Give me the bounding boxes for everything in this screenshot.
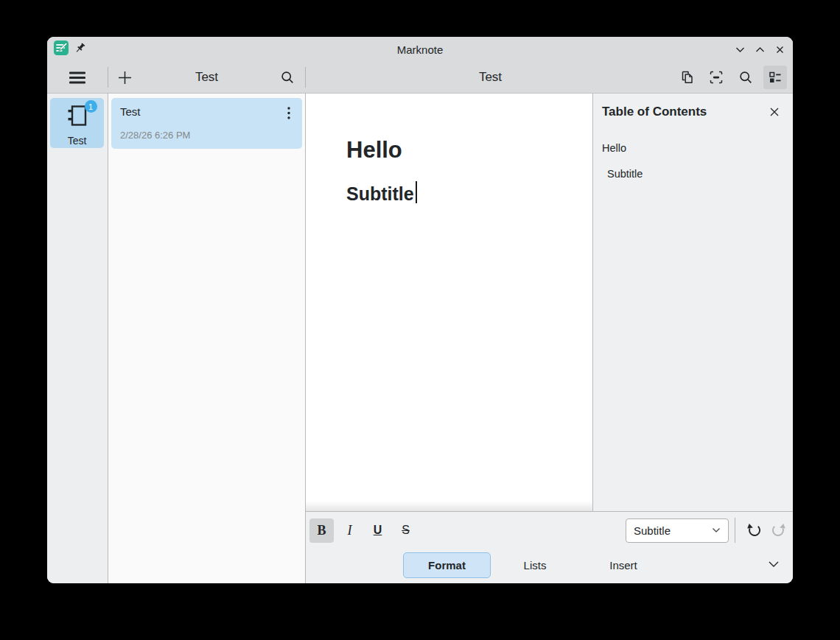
tab-lists[interactable]: Lists (491, 552, 579, 578)
focus-mode-icon (709, 70, 724, 85)
search-icon (738, 70, 753, 85)
note-list: Test 2/28/26 6:26 PM (108, 94, 305, 583)
hamburger-menu-icon (69, 71, 85, 84)
pin-icon[interactable] (74, 43, 85, 57)
maximize-button[interactable] (754, 43, 766, 55)
underline-button[interactable]: U (365, 518, 390, 543)
paragraph-style-value: Subtitle (634, 524, 671, 537)
toc-entry-hello[interactable]: Hello (602, 135, 783, 161)
table-of-contents-icon (768, 70, 783, 85)
editor-heading-1: Hello (346, 135, 592, 166)
note-options-button[interactable] (280, 104, 298, 122)
search-notes-button[interactable] (276, 66, 299, 89)
window-title: Marknote (47, 43, 793, 56)
plus-icon (118, 71, 132, 85)
notebooks-sidebar: 1 Test (47, 94, 108, 583)
note-title: Test (120, 105, 293, 118)
formatting-toolbar: B I U S Subtitle (306, 512, 793, 583)
undo-icon (746, 522, 762, 538)
strikethrough-button[interactable]: S (393, 518, 418, 543)
toolbar-separator (735, 518, 735, 543)
undo-button[interactable] (741, 518, 766, 543)
paragraph-style-dropdown[interactable]: Subtitle (626, 518, 729, 543)
note-timestamp: 2/28/26 6:26 PM (120, 130, 293, 141)
toolbar-tabs: Format Lists Insert (403, 552, 668, 578)
tab-insert[interactable]: Insert (579, 552, 668, 578)
copy-pages-icon (679, 70, 694, 85)
minimize-button[interactable] (734, 43, 746, 55)
tab-format[interactable]: Format (403, 552, 491, 578)
add-note-button[interactable] (113, 66, 136, 89)
chevron-down-icon (768, 560, 780, 568)
notebook-label: Test (68, 135, 87, 147)
note-list-item[interactable]: Test 2/28/26 6:26 PM (111, 98, 302, 149)
redo-icon (771, 522, 787, 538)
titlebar[interactable]: Marknote (47, 37, 793, 62)
editor-note-title: Test (479, 70, 502, 84)
marknote-app-icon (54, 41, 69, 58)
search-in-note-button[interactable] (734, 66, 757, 89)
italic-button[interactable]: I (337, 518, 362, 543)
main-toolbar: Test Test (47, 62, 793, 94)
toc-close-button[interactable] (766, 104, 783, 120)
redo-button[interactable] (766, 518, 791, 543)
editor-heading-2: Subtitle (346, 180, 592, 207)
text-cursor (416, 181, 417, 203)
close-button[interactable] (774, 43, 785, 55)
collapse-toolbar-button[interactable] (764, 555, 783, 574)
hamburger-menu-button[interactable] (66, 66, 89, 89)
copy-note-button[interactable] (675, 66, 699, 89)
search-icon (280, 70, 295, 85)
close-icon (769, 107, 780, 117)
notebook-item-test[interactable]: 1 Test (50, 98, 104, 148)
notebook-note-count-badge: 1 (85, 100, 97, 113)
kebab-menu-icon (287, 107, 290, 119)
chevron-down-icon (712, 527, 721, 533)
note-editor[interactable]: Hello Subtitle (306, 94, 592, 511)
toc-toggle-button[interactable] (763, 66, 787, 89)
marknote-window: Marknote (47, 37, 793, 583)
focus-mode-button[interactable] (704, 66, 728, 89)
bold-button[interactable]: B (309, 518, 334, 543)
toc-entry-subtitle[interactable]: Subtitle (602, 161, 783, 186)
toc-title: Table of Contents (602, 105, 707, 119)
table-of-contents-panel: Table of Contents Hello Subtitle (593, 94, 793, 511)
